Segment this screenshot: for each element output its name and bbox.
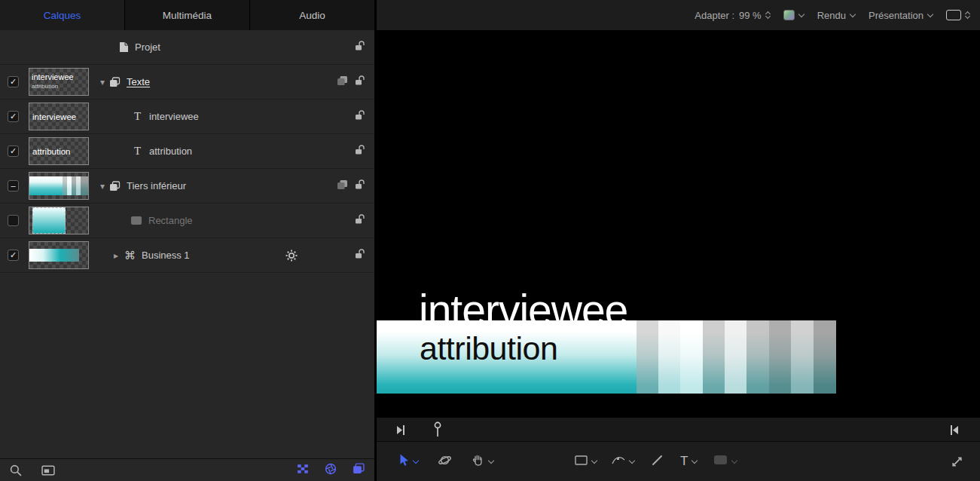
- zoom-control[interactable]: Adapter : 99 %: [695, 10, 769, 21]
- adjust-3d-tool[interactable]: [438, 453, 452, 470]
- pan-zoom-tool[interactable]: [472, 454, 493, 470]
- layer-label-projet[interactable]: Projet: [135, 41, 160, 53]
- cursor-arrow-icon: [399, 454, 409, 470]
- zoom-value: 99 %: [739, 10, 762, 21]
- canvas-toolbar: Adapter : 99 % Rendu Présentation: [377, 0, 980, 30]
- disclosure-down-icon[interactable]: ▾: [98, 181, 107, 191]
- lock-icon[interactable]: [355, 41, 365, 54]
- mask-tool[interactable]: [713, 455, 737, 468]
- play-range-out-marker[interactable]: [950, 424, 959, 436]
- thumbnail-rectangle[interactable]: [29, 207, 89, 234]
- layout-control[interactable]: [946, 10, 969, 20]
- display-layout-icon: [946, 10, 961, 20]
- rectangle-tool[interactable]: [575, 455, 597, 469]
- disclosure-right-icon[interactable]: ▸: [111, 250, 121, 261]
- generator-icon: ⌘: [124, 249, 136, 262]
- layer-label-rectangle[interactable]: Rectangle: [148, 215, 193, 226]
- lock-icon[interactable]: [355, 145, 365, 158]
- lock-icon[interactable]: [355, 75, 365, 88]
- layer-label-tiers-inferieur[interactable]: Tiers inférieur: [127, 180, 186, 191]
- checkbox-rectangle[interactable]: [8, 215, 19, 226]
- chevron-down-icon: [927, 11, 933, 17]
- layer-row-texte[interactable]: ✓ interviewee attribution ▾ Texte: [0, 65, 374, 100]
- checkbox-interviewee[interactable]: ✓: [8, 111, 19, 122]
- checkbox-tiers-inferieur[interactable]: –: [8, 180, 19, 191]
- checkerboard-icon[interactable]: [297, 464, 309, 477]
- line-tool[interactable]: [651, 454, 664, 470]
- search-icon[interactable]: [10, 464, 22, 476]
- lock-icon[interactable]: [355, 214, 365, 227]
- select-transform-tool[interactable]: [399, 454, 418, 470]
- check-icon: ✓: [10, 78, 17, 86]
- layers-icon[interactable]: [353, 463, 365, 477]
- thumbnail-attribution[interactable]: attribution: [29, 137, 89, 165]
- line-icon: [651, 454, 664, 470]
- thumb-text: attribution: [32, 147, 71, 156]
- text-tool[interactable]: T: [680, 454, 697, 469]
- layer-row-projet[interactable]: Projet: [0, 30, 374, 65]
- check-icon: ✓: [10, 147, 17, 155]
- thumb-text-line1: interviewee: [32, 72, 74, 81]
- chevron-down-icon: [691, 457, 698, 463]
- layer-row-business-1[interactable]: ✓ ▸ ⌘ Business 1: [0, 238, 374, 273]
- play-range-in-marker[interactable]: [396, 424, 405, 436]
- mask-shape-icon: [713, 455, 728, 468]
- lock-icon[interactable]: [355, 110, 365, 123]
- canvas-tools-bar: T: [377, 441, 980, 481]
- layout-stepper[interactable]: [966, 12, 969, 18]
- isolate-layers-icon[interactable]: [337, 179, 348, 192]
- render-menu[interactable]: Rendu: [817, 10, 855, 21]
- mini-timeline[interactable]: [377, 417, 980, 441]
- isolate-layers-icon[interactable]: [337, 75, 348, 88]
- layer-row-tiers-inferieur[interactable]: – ▾ Tiers inférieur: [0, 169, 374, 204]
- chevron-down-icon: [629, 457, 635, 463]
- composition-subtitle-text[interactable]: attribution: [420, 330, 557, 367]
- chevron-down-icon: [413, 457, 419, 463]
- canvas-viewport[interactable]: interviewee attribution: [377, 30, 980, 417]
- lock-icon[interactable]: [355, 179, 365, 192]
- layer-label-interviewee[interactable]: interviewee: [149, 111, 199, 122]
- text-tool-icon: T: [680, 454, 688, 469]
- checkbox-business-1[interactable]: ✓: [8, 250, 19, 261]
- project-file-icon: [119, 41, 129, 53]
- layer-label-attribution[interactable]: attribution: [149, 146, 192, 157]
- lower-third-stripes: [637, 320, 836, 394]
- tab-multimedia[interactable]: Multimédia: [125, 0, 250, 30]
- playhead-marker[interactable]: [434, 421, 441, 437]
- motion-app-window: Calques Multimédia Audio Projet ✓ interv…: [0, 0, 980, 481]
- layer-row-rectangle[interactable]: Rectangle: [0, 204, 374, 238]
- expand-timeline-icon[interactable]: [951, 455, 963, 468]
- view-menu[interactable]: Présentation: [869, 10, 933, 21]
- chevron-down-icon: [850, 11, 856, 17]
- thumbnail-interviewee[interactable]: interviewee: [29, 103, 89, 130]
- color-channels-icon: [783, 10, 795, 20]
- layer-row-attribution[interactable]: ✓ attribution T attribution: [0, 134, 374, 169]
- thumbnail-business-1[interactable]: [29, 241, 89, 269]
- tab-audio[interactable]: Audio: [250, 0, 374, 30]
- layer-label-business-1[interactable]: Business 1: [142, 250, 190, 261]
- thumbnail-tiers-inferieur[interactable]: [29, 172, 89, 200]
- layer-row-interviewee[interactable]: ✓ interviewee T interviewee: [0, 100, 374, 134]
- group-icon: [109, 181, 121, 191]
- check-icon: ✓: [10, 251, 17, 259]
- lock-icon[interactable]: [355, 249, 365, 262]
- tab-calques[interactable]: Calques: [0, 0, 125, 30]
- chevron-down-icon: [591, 457, 597, 463]
- layer-label-texte[interactable]: Texte: [127, 76, 150, 87]
- checkbox-texte[interactable]: ✓: [8, 76, 19, 87]
- zoom-stepper[interactable]: [766, 12, 770, 18]
- zoom-label: Adapter :: [695, 10, 734, 21]
- checkbox-attribution[interactable]: ✓: [8, 146, 19, 157]
- layers-panel-footer: [0, 458, 374, 481]
- gear-icon[interactable]: [285, 250, 298, 262]
- thumb-text-line2: attribution: [32, 83, 58, 90]
- channels-control[interactable]: [783, 10, 804, 20]
- preview-column-icon[interactable]: [41, 465, 55, 476]
- group-icon: [109, 77, 121, 87]
- aperture-icon[interactable]: [325, 463, 337, 478]
- disclosure-down-icon[interactable]: ▾: [98, 77, 107, 87]
- thumbnail-texte[interactable]: interviewee attribution: [29, 68, 89, 96]
- bezier-tool[interactable]: [612, 455, 634, 468]
- thumb-gradient-stripes: [63, 176, 88, 195]
- canvas-area: Adapter : 99 % Rendu Présentation: [377, 0, 980, 481]
